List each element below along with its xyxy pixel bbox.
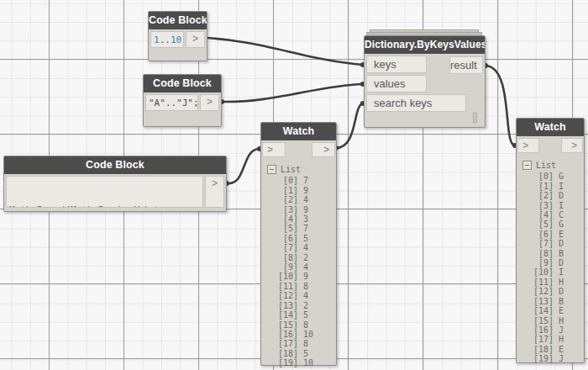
list-item: [15]H [522,316,584,325]
code-editor[interactable]: 1..10; [150,31,184,48]
list-items: [0]G [1]I [2]D [3]I [4]C [5]G [6]E [7]D … [522,172,584,363]
wire-codeblock2-to-values[interactable] [222,84,363,102]
list-item: [11]8 [267,282,336,291]
output-port[interactable]: > [205,176,224,208]
list-item: [19]J [522,354,584,363]
list-item: [9]4 [267,262,336,272]
code-editor[interactable]: Math.Round(Math.Random(List. Cycle(1,20)… [6,176,203,208]
node-code-block-2[interactable]: Code Block "A".."J"; > [143,74,222,127]
node-title[interactable]: Watch [261,123,336,140]
list-item: [7]4 [267,243,336,252]
wire-codeblock1-to-keys[interactable] [204,38,363,65]
list-item: [5]7 [267,224,336,233]
watch-list[interactable]: List [0]G [1]I [2]D [3]I [4]C [5]G [6]E [517,155,584,364]
list-collapse-icon[interactable] [522,161,532,170]
list-item: [5]G [522,219,584,229]
list-item: [2]4 [267,195,336,204]
input-port-values[interactable]: values [366,75,427,92]
list-item: [1]I [522,182,584,191]
list-item: [0]7 [267,176,336,185]
list-item: [7]D [522,239,584,248]
list-item: [10]I [522,267,584,277]
list-item: [18]5 [267,349,336,358]
output-port[interactable]: > [186,31,205,48]
watch-list[interactable]: List [0]7 [1]9 [2]4 [3]9 [4]3 [5]7 [6]5 [261,159,336,368]
node-title[interactable]: Code Block [144,75,221,92]
wire-watch1-to-searchkeys[interactable] [336,103,363,148]
output-port-result[interactable]: result [449,56,483,74]
list-item: [17]8 [267,339,336,348]
list-item: [10]9 [267,272,336,281]
list-item: [8]2 [267,253,336,262]
list-item: [1]9 [267,186,336,195]
input-port[interactable]: > [262,142,286,157]
list-item: [13]B [522,297,584,306]
node-watch-2[interactable]: Watch > > List [0]G [1]I [2]D [3]I [516,118,585,363]
list-collapse-icon[interactable] [267,165,276,174]
input-port-keys[interactable]: keys [366,56,427,73]
list-items: [0]7 [1]9 [2]4 [3]9 [4]3 [5]7 [6]5 [7]4 … [267,176,336,367]
code-editor[interactable]: "A".."J"; [145,94,198,111]
code-line-1: Math.Round(Math.Random(List. [9,204,201,208]
lacing-indicator-icon[interactable] [473,113,477,123]
list-item: [2]D [522,191,584,200]
list-item: [15]8 [267,320,336,330]
list-item: [3]9 [267,205,336,214]
node-code-block-1[interactable]: Code Block 1..10; > [148,11,207,61]
list-item: [12]4 [267,291,336,300]
list-item: [16]J [522,325,584,335]
list-item: [6]5 [267,234,336,243]
node-code-block-3[interactable]: Code Block Math.Round(Math.Random(List. … [3,156,227,212]
list-item: [9]D [522,258,584,267]
node-dictionary-bykeysvalues[interactable]: Dictionary.ByKeysValues keys values sear… [364,35,486,128]
list-item: [3]I [522,201,584,210]
list-item: [6]E [522,230,584,239]
node-title[interactable]: Dictionary.ByKeysValues [365,36,485,54]
output-port[interactable]: > [200,94,219,111]
list-item: [19]10 [267,358,336,367]
node-watch-1[interactable]: Watch > > List [0]7 [1]9 [2]4 [3]9 [260,122,337,366]
list-item: [13]2 [267,301,336,310]
list-item: [14]E [522,306,584,315]
list-item: [18]E [522,345,584,354]
wire-result-to-watch2[interactable] [486,66,515,145]
output-port[interactable]: > [561,138,583,153]
list-item: [17]H [522,335,584,344]
list-item: [16]10 [267,330,336,339]
list-label: List [536,161,556,170]
node-title[interactable]: Code Block [4,156,226,174]
node-title[interactable]: Watch [517,119,584,136]
node-title[interactable]: Code Block [149,12,207,29]
wire-codeblock3-to-watch1[interactable] [227,149,260,183]
list-item: [4]C [522,210,584,219]
list-item: [8]B [522,249,584,258]
input-port-search-keys[interactable]: search keys [366,94,466,112]
list-item: [12]D [522,287,584,296]
output-port[interactable]: > [312,142,335,157]
list-item: [11]H [522,278,584,287]
list-label: List [281,165,301,174]
dynamo-canvas[interactable]: Code Block 1..10; > Code Block "A".."J";… [0,0,588,370]
input-port[interactable]: > [517,138,539,153]
list-item: [14]5 [267,310,336,320]
list-item: [4]3 [267,214,336,224]
list-item: [0]G [522,172,584,181]
